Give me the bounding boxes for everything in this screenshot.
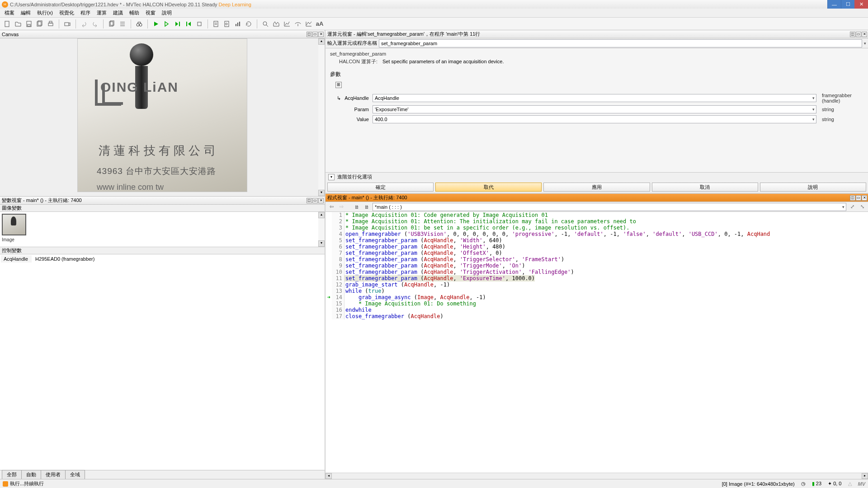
var-tab[interactable]: 自動 xyxy=(21,470,41,479)
code-line[interactable]: 11set_framegrabber_param (AcqHandle, 'Ex… xyxy=(326,275,868,282)
camera-icon[interactable] xyxy=(63,19,72,28)
panel-btn-icon[interactable]: ◫ xyxy=(307,32,312,37)
nav-back-icon[interactable]: ⇦ xyxy=(327,203,335,211)
doc2-icon[interactable] xyxy=(222,19,231,28)
step-icon[interactable] xyxy=(162,19,171,28)
nav-fwd-icon[interactable]: ⇨ xyxy=(337,203,345,211)
panel-btn-icon[interactable]: ▭ xyxy=(856,32,861,37)
graph-icon[interactable] xyxy=(304,19,313,28)
code-line[interactable]: 3* Image Acquisition 01: be set in a spe… xyxy=(326,225,868,231)
dropdown-icon[interactable]: ▾ xyxy=(864,41,866,46)
menu-item[interactable]: 視窗 xyxy=(143,9,158,17)
panel-close-icon[interactable]: ✕ xyxy=(318,32,324,37)
ok-button[interactable]: 確定 xyxy=(327,183,434,192)
code-line[interactable]: 5set_framegrabber_param (AcqHandle, 'Wid… xyxy=(326,237,868,244)
var-tab[interactable]: 全部 xyxy=(2,470,22,479)
code-line[interactable]: 8set_framegrabber_param (AcqHandle, 'Tri… xyxy=(326,256,868,263)
code-line[interactable]: 16endwhile xyxy=(326,307,868,313)
image-thumbnail[interactable] xyxy=(2,214,26,235)
minimize-button[interactable]: — xyxy=(827,0,841,9)
proc-selector[interactable]: *main ( : : : ) xyxy=(373,203,846,211)
text-icon[interactable]: aA xyxy=(315,19,324,28)
doc-icon[interactable]: 🗎 xyxy=(363,203,371,211)
advanced-toggle[interactable]: ▾ 進階並行化選項 xyxy=(326,172,868,181)
panel-btn-icon[interactable]: ◫ xyxy=(850,32,855,37)
apply-button[interactable]: 應用 xyxy=(543,183,650,192)
scroll-left-icon[interactable]: ◂ xyxy=(326,473,332,479)
panel-btn-icon[interactable]: ▭ xyxy=(312,198,318,203)
refresh-icon[interactable] xyxy=(244,19,253,28)
code-line[interactable]: 1* Image Acquisition 01: Code generated … xyxy=(326,212,868,218)
save-icon[interactable] xyxy=(24,19,33,28)
print-icon[interactable] xyxy=(46,19,55,28)
scroll-down-icon[interactable]: ▾ xyxy=(318,190,325,196)
open-icon[interactable] xyxy=(14,19,23,28)
histogram-icon[interactable] xyxy=(272,19,281,28)
code-line[interactable]: 13while (true) xyxy=(326,288,868,294)
chart-icon[interactable] xyxy=(233,19,242,28)
step-back-icon[interactable] xyxy=(184,19,193,28)
code-line[interactable]: 12grab_image_start (AcqHandle, -1) xyxy=(326,282,868,288)
doc-icon[interactable]: 🗎 xyxy=(353,203,361,211)
panel-btn-icon[interactable]: ◫ xyxy=(850,195,855,201)
code-line[interactable]: ➜14 grab_image_async (Image, AcqHandle, … xyxy=(326,294,868,300)
run-icon[interactable] xyxy=(151,19,160,28)
chevron-down-icon[interactable]: ▾ xyxy=(328,174,335,180)
saveall-icon[interactable] xyxy=(35,19,44,28)
doc1-icon[interactable] xyxy=(212,19,221,28)
scroll-down-icon[interactable]: ▾ xyxy=(318,240,325,247)
param-input[interactable]: 400.0 xyxy=(373,115,816,123)
code-line[interactable]: 10set_framegrabber_param (AcqHandle, 'Tr… xyxy=(326,269,868,275)
replace-button[interactable]: 取代 xyxy=(435,183,542,192)
binoculars-icon[interactable] xyxy=(135,19,144,28)
menu-item[interactable]: 輔助 xyxy=(127,9,142,17)
panel-btn-icon[interactable]: ▭ xyxy=(856,195,861,201)
help-button[interactable]: 說明 xyxy=(760,183,866,192)
undo-icon[interactable] xyxy=(80,19,89,28)
param-input[interactable]: AcqHandle xyxy=(373,94,816,102)
zoom-icon[interactable] xyxy=(261,19,270,28)
table-row[interactable]: AcqHandleH295EAD0 (framegrabber) xyxy=(1,255,324,263)
panel-close-icon[interactable]: ✕ xyxy=(862,195,867,201)
code-line[interactable]: 15 * Image Acquisition 01: Do something xyxy=(326,300,868,307)
code-line[interactable]: 7set_framegrabber_param (AcqHandle, 'Off… xyxy=(326,250,868,256)
code-editor[interactable]: 1* Image Acquisition 01: Code generated … xyxy=(326,212,868,473)
param-input[interactable]: 'ExposureTime' xyxy=(373,105,816,113)
scroll-up-icon[interactable]: ▴ xyxy=(318,38,325,45)
menu-item[interactable]: 編輯 xyxy=(18,9,33,17)
panel-btn-icon[interactable]: ◫ xyxy=(307,198,312,203)
copy-icon[interactable] xyxy=(107,19,116,28)
code-line[interactable]: 2* Image Acquisition 01: Attention: The … xyxy=(326,218,868,225)
menu-item[interactable]: 建議 xyxy=(110,9,126,17)
panel-close-icon[interactable]: ✕ xyxy=(862,32,867,37)
canvas-area[interactable]: OING LiAN 清 蓮 科 技 有 限 公 司 43963 台中市大安區大安… xyxy=(0,38,325,197)
code-line[interactable]: 6set_framegrabber_param (AcqHandle, 'Hei… xyxy=(326,244,868,250)
menu-item[interactable]: 檔案 xyxy=(2,9,17,17)
menu-item[interactable]: 說明 xyxy=(159,9,175,17)
redo-icon[interactable] xyxy=(90,19,99,28)
bell-icon[interactable]: △ xyxy=(848,481,852,487)
var-tab[interactable]: 使用者 xyxy=(41,470,66,479)
op-search-input[interactable] xyxy=(379,39,862,47)
scroll-right-icon[interactable]: ▸ xyxy=(862,473,868,479)
step-over-icon[interactable] xyxy=(173,19,182,28)
tool-icon[interactable]: ⤢ xyxy=(848,203,856,211)
panel-btn-icon[interactable]: ▭ xyxy=(312,32,318,37)
scroll-up-icon[interactable]: ▴ xyxy=(318,212,325,218)
list-icon[interactable] xyxy=(118,19,127,28)
code-line[interactable]: 4open_framegrabber ('USB3Vision', 0, 0, … xyxy=(326,231,868,237)
measure-icon[interactable] xyxy=(293,19,302,28)
maximize-button[interactable]: ☐ xyxy=(841,0,854,9)
profile-icon[interactable] xyxy=(283,19,292,28)
menu-item[interactable]: 運算 xyxy=(94,9,109,17)
menu-item[interactable]: 視覺化 xyxy=(57,9,77,17)
new-icon[interactable] xyxy=(3,19,12,28)
stop-icon[interactable] xyxy=(195,19,204,28)
cancel-button[interactable]: 取消 xyxy=(652,183,758,192)
menu-item[interactable]: 執行(x) xyxy=(34,9,56,17)
panel-close-icon[interactable]: ✕ xyxy=(318,198,324,203)
menu-item[interactable]: 程序 xyxy=(78,9,93,17)
close-button[interactable]: ✕ xyxy=(854,0,868,9)
param-icon[interactable]: ⊞ xyxy=(335,82,342,88)
code-line[interactable]: 9set_framegrabber_param (AcqHandle, 'Tri… xyxy=(326,263,868,269)
